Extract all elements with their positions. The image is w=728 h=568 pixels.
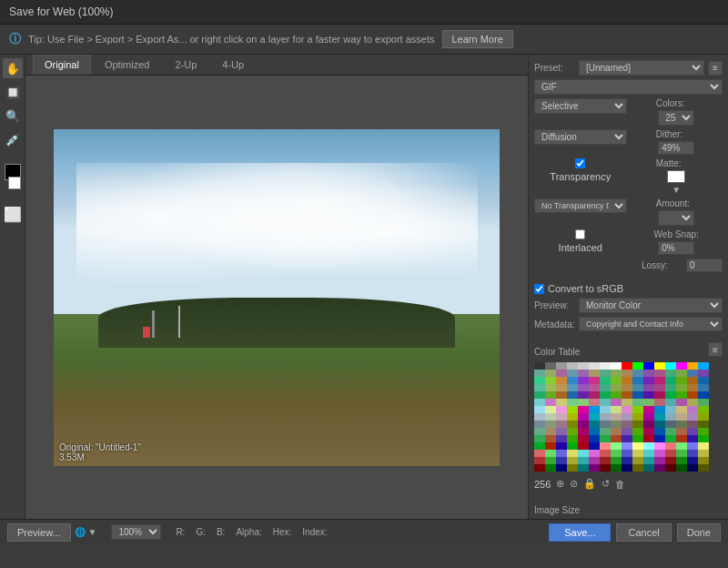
colors-select[interactable]: 256 xyxy=(658,110,694,126)
color-cell[interactable] xyxy=(665,399,676,406)
color-cell[interactable] xyxy=(611,370,622,377)
toggle-preview[interactable]: ⬜ xyxy=(3,204,23,224)
tab-4up[interactable]: 4-Up xyxy=(210,55,256,75)
color-cell[interactable] xyxy=(567,384,578,391)
color-cell[interactable] xyxy=(534,406,545,413)
color-action-5[interactable]: 🗑 xyxy=(615,479,625,490)
zoom-select[interactable]: 100% xyxy=(111,524,161,540)
color-cell[interactable] xyxy=(600,450,611,457)
color-cell[interactable] xyxy=(578,435,589,442)
color-cell[interactable] xyxy=(589,450,600,457)
color-cell[interactable] xyxy=(611,464,622,472)
color-cell[interactable] xyxy=(676,435,687,442)
color-cell[interactable] xyxy=(545,384,556,391)
color-cell[interactable] xyxy=(676,377,687,384)
amount-select[interactable] xyxy=(658,210,694,226)
color-cell[interactable] xyxy=(611,413,622,421)
color-cell[interactable] xyxy=(545,450,556,457)
color-cell[interactable] xyxy=(545,399,556,406)
color-cell[interactable] xyxy=(589,413,600,421)
color-cell[interactable] xyxy=(687,457,698,464)
dither-algo-select[interactable]: Diffusion xyxy=(534,129,627,145)
color-cell[interactable] xyxy=(556,362,567,370)
color-cell[interactable] xyxy=(632,399,643,406)
color-cell[interactable] xyxy=(534,377,545,384)
color-cell[interactable] xyxy=(545,406,556,413)
color-cell[interactable] xyxy=(632,464,643,472)
select-tool[interactable]: 🔲 xyxy=(3,82,23,102)
color-cell[interactable] xyxy=(567,457,578,464)
color-cell[interactable] xyxy=(567,362,578,370)
color-cell[interactable] xyxy=(698,442,709,450)
websnap-input[interactable]: 0% xyxy=(658,241,694,255)
color-cell[interactable] xyxy=(676,391,687,399)
save-button[interactable]: Save... xyxy=(549,523,611,542)
color-cell[interactable] xyxy=(578,377,589,384)
eyedropper-tool[interactable]: 💉 xyxy=(3,129,23,149)
color-cell[interactable] xyxy=(556,413,567,421)
convert-checkbox[interactable] xyxy=(534,284,544,294)
color-cell[interactable] xyxy=(665,421,676,428)
color-cell[interactable] xyxy=(654,413,665,421)
color-cell[interactable] xyxy=(611,377,622,384)
color-cell[interactable] xyxy=(643,450,654,457)
color-cell[interactable] xyxy=(676,464,687,472)
color-cell[interactable] xyxy=(534,421,545,428)
color-cell[interactable] xyxy=(665,457,676,464)
color-cell[interactable] xyxy=(698,450,709,457)
color-cell[interactable] xyxy=(589,406,600,413)
color-cell[interactable] xyxy=(567,442,578,450)
color-cell[interactable] xyxy=(600,442,611,450)
color-cell[interactable] xyxy=(578,406,589,413)
color-cell[interactable] xyxy=(545,362,556,370)
color-cell[interactable] xyxy=(556,391,567,399)
color-cell[interactable] xyxy=(698,435,709,442)
transparency-checkbox[interactable] xyxy=(575,158,585,168)
dither-pct-input[interactable]: 49% xyxy=(658,141,694,155)
color-cell[interactable] xyxy=(611,450,622,457)
color-cell[interactable] xyxy=(643,391,654,399)
color-cell[interactable] xyxy=(643,442,654,450)
color-cell[interactable] xyxy=(578,413,589,421)
color-cell[interactable] xyxy=(698,362,709,370)
no-trans-dither-select[interactable]: No Transparency Dither xyxy=(534,198,627,213)
color-cell[interactable] xyxy=(578,399,589,406)
color-cell[interactable] xyxy=(534,362,545,370)
tab-original[interactable]: Original xyxy=(33,55,91,75)
color-cell[interactable] xyxy=(600,391,611,399)
color-cell[interactable] xyxy=(643,464,654,472)
browser-icon[interactable]: 🌐 ▼ xyxy=(75,527,97,537)
color-cell[interactable] xyxy=(556,370,567,377)
color-cell[interactable] xyxy=(556,464,567,472)
color-cell[interactable] xyxy=(578,362,589,370)
color-cell[interactable] xyxy=(611,391,622,399)
color-cell[interactable] xyxy=(545,442,556,450)
learn-more-button[interactable]: Learn More xyxy=(442,30,513,48)
color-cell[interactable] xyxy=(622,450,632,457)
color-cell[interactable] xyxy=(676,450,687,457)
color-cell[interactable] xyxy=(622,391,632,399)
color-cell[interactable] xyxy=(589,457,600,464)
color-cell[interactable] xyxy=(567,464,578,472)
color-cell[interactable] xyxy=(589,464,600,472)
color-cell[interactable] xyxy=(632,391,643,399)
color-cell[interactable] xyxy=(632,406,643,413)
color-cell[interactable] xyxy=(643,406,654,413)
color-cell[interactable] xyxy=(578,457,589,464)
color-cell[interactable] xyxy=(687,450,698,457)
color-cell[interactable] xyxy=(676,362,687,370)
cancel-button[interactable]: Cancel xyxy=(616,523,671,542)
color-cell[interactable] xyxy=(622,435,632,442)
color-cell[interactable] xyxy=(654,406,665,413)
color-cell[interactable] xyxy=(545,391,556,399)
color-cell[interactable] xyxy=(578,421,589,428)
color-cell[interactable] xyxy=(622,406,632,413)
color-cell[interactable] xyxy=(567,428,578,435)
color-cell[interactable] xyxy=(676,428,687,435)
color-cell[interactable] xyxy=(534,399,545,406)
color-cell[interactable] xyxy=(534,370,545,377)
color-cell[interactable] xyxy=(698,406,709,413)
color-cell[interactable] xyxy=(654,370,665,377)
color-cell[interactable] xyxy=(567,450,578,457)
color-cell[interactable] xyxy=(622,370,632,377)
